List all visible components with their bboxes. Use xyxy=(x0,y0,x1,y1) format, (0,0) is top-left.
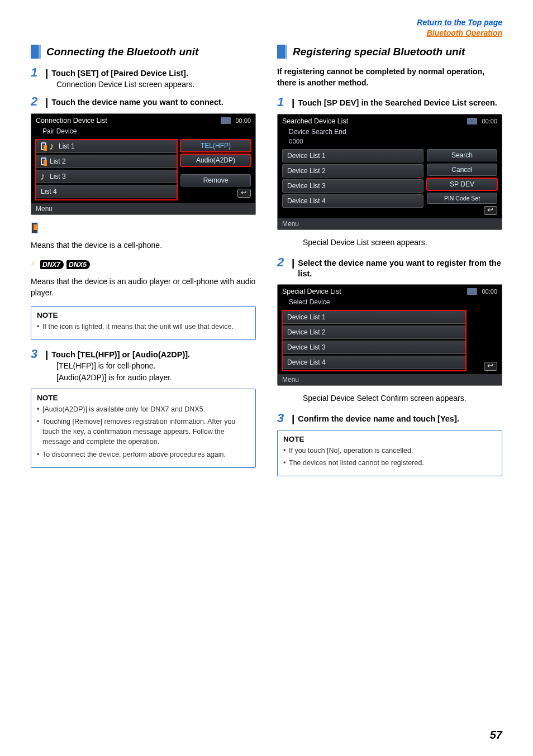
left-step-2: 2 | Touch the device name you want to co… xyxy=(31,95,256,108)
list-item-label: List 1 xyxy=(59,142,75,150)
list-item-label: List 2 xyxy=(50,157,66,165)
note-title: NOTE xyxy=(283,435,496,443)
step-number: 2 xyxy=(31,95,42,108)
list-item[interactable]: Device List 3 xyxy=(282,179,423,193)
result-text: Special Device Select Confirm screen app… xyxy=(303,393,502,404)
heading-text: Registering special Bluetooth unit xyxy=(293,45,465,59)
clock-label: 00:00 xyxy=(482,288,497,295)
step-pipe-icon: | xyxy=(292,96,294,108)
list-item[interactable]: List 1 xyxy=(36,140,177,153)
left-step-3: 3 | Touch [TEL(HFP)] or [Audio(A2DP)]. [… xyxy=(31,348,256,383)
ss-title: Searched Device List xyxy=(282,117,348,125)
note-item: If the icon is lighted, it means that th… xyxy=(37,322,250,332)
right-step-3: 3 | Confirm the device name and touch [Y… xyxy=(277,412,502,424)
note-item-text: [Audio(A2DP)] is available only for DNX7… xyxy=(42,405,205,413)
list-item[interactable]: Device List 2 xyxy=(282,326,466,339)
search-button[interactable]: Search xyxy=(427,149,497,161)
right-column: Registering special Bluetooth unit If re… xyxy=(277,45,502,484)
step-body: Connection Device List screen appears. xyxy=(56,79,256,90)
music-note-icon xyxy=(50,142,55,150)
tel-hfp-button[interactable]: TEL(HFP) xyxy=(180,140,251,152)
step-body-line1: [TEL(HFP)] is for cell-phone. xyxy=(56,360,256,371)
list-item[interactable]: Device List 4 xyxy=(282,356,466,369)
list-item[interactable]: Device List 1 xyxy=(282,149,423,162)
step-title: Confirm the device name and touch [Yes]. xyxy=(298,412,459,424)
step-number: 2 xyxy=(277,256,288,269)
clock-label: 00:00 xyxy=(482,118,497,125)
right-step-2: 2 | Select the device name you want to r… xyxy=(277,256,502,279)
audio-phone-icon-row: DNX7 DNX5 xyxy=(31,259,91,270)
note-item: If you touch [No], operation is cancelle… xyxy=(283,446,496,456)
phone-icon xyxy=(31,222,39,234)
step-title: Touch [SET] of [Paired Device List]. xyxy=(51,66,188,79)
list-item[interactable]: Device List 1 xyxy=(282,310,466,324)
step-title: Touch [SP DEV] in the Searched Device Li… xyxy=(298,96,497,108)
step-pipe-icon: | xyxy=(292,256,294,269)
list-item[interactable]: List 3 xyxy=(36,170,177,183)
back-icon[interactable] xyxy=(484,206,497,215)
signal-icon xyxy=(467,288,477,295)
list-item-label: Device List 1 xyxy=(287,152,326,160)
audio-a2dp-button[interactable]: Audio(A2DP) xyxy=(180,154,251,166)
step-title: Select the device name you want to regis… xyxy=(298,256,502,279)
back-icon[interactable] xyxy=(484,362,497,371)
list-item-label: Device List 2 xyxy=(287,167,326,175)
screenshot-connection-device-list: Connection Device List 00:00 Pair Device… xyxy=(31,113,256,215)
note-box-right: NOTE If you touch [No], operation is can… xyxy=(277,430,502,476)
note-title: NOTE xyxy=(37,311,250,319)
top-links: Return to the Top page Bluetooth Operati… xyxy=(31,17,502,38)
ss-button-column: TEL(HFP) Audio(A2DP) Remove xyxy=(180,140,251,200)
ss-device-list: Device List 1 Device List 2 Device List … xyxy=(282,310,466,371)
heading-text: Connecting the Bluetooth unit xyxy=(46,45,198,59)
sp-dev-button[interactable]: SP DEV xyxy=(427,178,497,190)
list-item-label: List 4 xyxy=(41,188,57,195)
step-body-line2: [Audio(A2DP)] is for audio player. xyxy=(56,372,256,383)
list-item-label: List 3 xyxy=(50,173,66,180)
heading-bar-icon xyxy=(277,45,287,59)
step-number: 1 xyxy=(31,66,42,79)
list-item-label: Device List 1 xyxy=(287,313,326,321)
menu-button[interactable]: Menu xyxy=(31,203,255,214)
phone-icon xyxy=(41,142,46,150)
list-item-label: Device List 2 xyxy=(287,328,326,336)
note-item: To disconnect the device, perform above … xyxy=(37,449,250,460)
bluetooth-section-link[interactable]: Bluetooth Operation xyxy=(427,28,502,37)
list-item[interactable]: List 4 xyxy=(36,185,177,198)
phone-icon-row xyxy=(31,222,256,236)
section-intro: If registering cannot be completed by no… xyxy=(277,66,502,88)
list-item-label: Device List 3 xyxy=(287,343,326,351)
note-item: Touching [Remove] removes registration i… xyxy=(37,417,250,447)
step-number: 1 xyxy=(277,96,288,108)
menu-button[interactable]: Menu xyxy=(278,218,502,229)
ss-0000-label: 0000 xyxy=(278,138,502,147)
list-item[interactable]: Device List 2 xyxy=(282,164,423,178)
left-column: Connecting the Bluetooth unit 1 | Touch … xyxy=(31,45,256,484)
music-note-icon xyxy=(41,173,46,180)
note-box-1: NOTE If the icon is lighted, it means th… xyxy=(31,306,256,340)
left-step-1: 1 | Touch [SET] of [Paired Device List].… xyxy=(31,66,256,90)
signal-icon xyxy=(467,118,477,125)
right-step-1: 1 | Touch [SP DEV] in the Searched Devic… xyxy=(277,96,502,108)
list-item[interactable]: Device List 3 xyxy=(282,341,466,354)
list-item[interactable]: Device List 4 xyxy=(282,194,423,208)
back-icon[interactable] xyxy=(237,189,251,198)
menu-button[interactable]: Menu xyxy=(278,374,502,385)
section-heading-connecting: Connecting the Bluetooth unit xyxy=(31,45,256,59)
list-item-label: Device List 4 xyxy=(287,197,326,205)
ss-button-column xyxy=(469,310,497,371)
note-title: NOTE xyxy=(37,394,250,402)
ss-device-list: List 1 List 2 List 3 List 4 xyxy=(36,140,177,200)
step-pipe-icon: | xyxy=(45,66,48,79)
pin-code-set-button[interactable]: PIN Code Set xyxy=(427,193,497,204)
note-box-2: NOTE [Audio(A2DP)] is available only for… xyxy=(31,389,256,468)
phone-icon-meaning: Means that the device is a cell-phone. xyxy=(31,240,256,251)
return-top-link[interactable]: Return to the Top page xyxy=(417,18,502,27)
cancel-button[interactable]: Cancel xyxy=(427,164,497,176)
section-heading-registering: Registering special Bluetooth unit xyxy=(277,45,502,59)
remove-button[interactable]: Remove xyxy=(180,174,251,186)
list-item[interactable]: List 2 xyxy=(36,155,177,168)
phone-icon xyxy=(41,157,46,165)
ss-button-column: Search Cancel SP DEV PIN Code Set xyxy=(427,149,497,215)
ss-subtitle: Device Search End xyxy=(278,128,502,138)
note-item: The devices not listed cannot be registe… xyxy=(283,458,496,468)
